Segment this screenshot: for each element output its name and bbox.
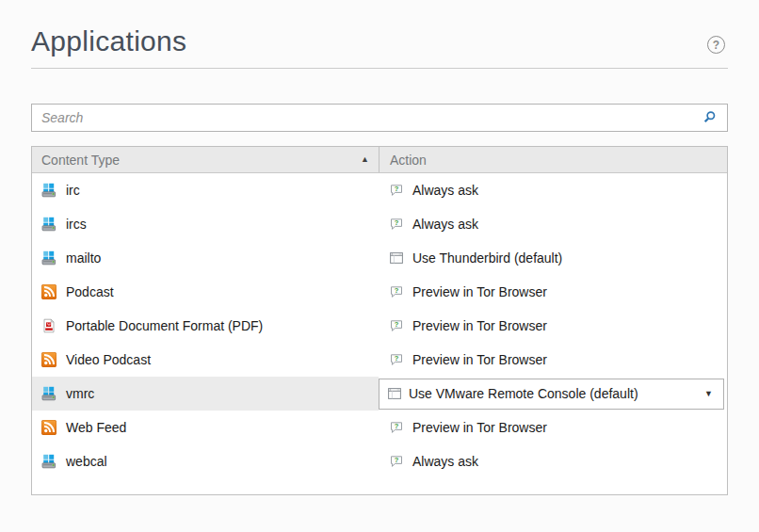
search-icon xyxy=(702,110,718,125)
ask-bubble-icon: ? xyxy=(389,420,404,435)
content-type-label: irc xyxy=(66,183,80,198)
action-value: ? Preview in Tor Browser xyxy=(389,352,547,367)
sort-ascending-icon: ▲ xyxy=(361,155,369,164)
action-value: ? Preview in Tor Browser xyxy=(389,420,547,435)
svg-text:?: ? xyxy=(395,456,399,464)
ask-bubble-icon: ? xyxy=(389,352,404,367)
action-label: Use Thunderbird (default) xyxy=(412,250,562,266)
action-label: Preview in Tor Browser xyxy=(412,420,547,435)
action-cell: ? Preview in Tor Browser xyxy=(379,411,727,444)
ask-bubble-icon: ? xyxy=(389,318,404,333)
action-value: ? Preview in Tor Browser xyxy=(389,318,547,333)
column-header-label: Action xyxy=(390,153,427,168)
content-type-cell: vmrc xyxy=(32,377,379,411)
action-label: Use VMware Remote Console (default) xyxy=(409,386,638,401)
content-type-label: mailto xyxy=(66,250,101,266)
table-row[interactable]: vmrc Use VMware Remote Console (default)… xyxy=(32,377,727,411)
content-type-cell: mailto xyxy=(32,241,379,275)
ask-bubble-icon: ? xyxy=(389,183,404,198)
column-header-label: Content Type xyxy=(41,153,120,168)
svg-text:?: ? xyxy=(395,354,399,363)
content-type-cell: webcal xyxy=(32,444,379,478)
table-row[interactable]: mailto Use Thunderbird (default) xyxy=(32,241,727,275)
table-row[interactable]: Video Podcast ? Preview in Tor Browser xyxy=(32,343,727,377)
column-header-content-type[interactable]: Content Type ▲ xyxy=(32,147,379,172)
ask-bubble-icon: ? xyxy=(389,217,404,232)
search-bar xyxy=(31,104,728,132)
content-type-label: Podcast xyxy=(66,284,114,299)
table-row[interactable]: ircs ? Always ask xyxy=(32,207,727,241)
content-type-cell: ircs xyxy=(32,207,379,241)
svg-text:?: ? xyxy=(395,320,399,329)
help-glyph: ? xyxy=(713,39,719,52)
content-type-cell: Web Feed xyxy=(32,411,379,444)
application-icon xyxy=(41,217,57,232)
application-icon xyxy=(41,454,57,469)
action-cell: ? Preview in Tor Browser xyxy=(379,343,727,377)
app-window-icon xyxy=(389,250,404,266)
content-type-label: webcal xyxy=(66,454,107,469)
column-header-action[interactable]: Action xyxy=(379,147,727,172)
ask-bubble-icon: ? xyxy=(389,454,404,469)
content-type-cell: irc xyxy=(32,173,379,207)
action-label: Always ask xyxy=(412,217,478,232)
action-value: ? Always ask xyxy=(389,183,478,198)
table-row[interactable]: Portable Document Format (PDF) ? Preview… xyxy=(32,309,727,343)
application-icon xyxy=(41,183,57,198)
application-icon xyxy=(41,250,57,266)
page-title: Applications xyxy=(31,0,728,57)
action-label: Preview in Tor Browser xyxy=(412,352,547,367)
content-type-cell: Video Podcast xyxy=(32,343,379,377)
action-cell: ? Always ask xyxy=(379,207,727,241)
pdf-icon xyxy=(41,318,57,333)
table-row[interactable]: irc ? Always ask xyxy=(32,173,727,207)
search-input[interactable] xyxy=(32,105,693,131)
search-button[interactable] xyxy=(693,105,727,131)
content-type-label: ircs xyxy=(66,217,87,232)
action-label: Always ask xyxy=(412,454,478,469)
action-label: Always ask xyxy=(412,183,478,198)
table-row[interactable]: webcal ? Always ask xyxy=(32,444,727,478)
rss-icon xyxy=(41,352,57,367)
table-row[interactable]: Podcast ? Preview in Tor Browser xyxy=(32,275,727,309)
action-value: ? Always ask xyxy=(389,217,478,232)
svg-text:?: ? xyxy=(395,218,399,227)
action-label: Preview in Tor Browser xyxy=(412,318,547,333)
content-type-label: Portable Document Format (PDF) xyxy=(66,318,263,333)
action-cell: Use VMware Remote Console (default) ▼ xyxy=(379,377,727,411)
chevron-down-icon: ▼ xyxy=(704,390,713,398)
action-cell: ? Preview in Tor Browser xyxy=(379,275,727,309)
preferences-pane: Applications ? Content Type ▲ Action xyxy=(0,0,759,495)
rss-icon xyxy=(41,284,57,299)
svg-text:?: ? xyxy=(395,185,399,193)
table-header: Content Type ▲ Action xyxy=(32,147,727,173)
action-cell: Use Thunderbird (default) xyxy=(379,241,727,275)
action-cell: ? Preview in Tor Browser xyxy=(379,309,727,343)
action-value: Use Thunderbird (default) xyxy=(389,250,562,266)
action-label: Preview in Tor Browser xyxy=(412,284,547,299)
action-dropdown[interactable]: Use VMware Remote Console (default) ▼ xyxy=(379,379,724,410)
help-icon[interactable]: ? xyxy=(707,36,725,54)
table-body: irc ? Always ask ircs xyxy=(32,173,727,494)
content-type-cell: Podcast xyxy=(32,275,379,309)
application-icon xyxy=(41,386,57,401)
action-value: ? Preview in Tor Browser xyxy=(389,284,547,299)
content-type-label: Video Podcast xyxy=(66,352,151,367)
ask-bubble-icon: ? xyxy=(389,284,404,299)
content-type-label: Web Feed xyxy=(66,420,126,435)
table-row[interactable]: Web Feed ? Preview in Tor Browser xyxy=(32,411,727,444)
action-value: ? Always ask xyxy=(389,454,478,469)
content-type-cell: Portable Document Format (PDF) xyxy=(32,309,379,343)
action-cell: ? Always ask xyxy=(379,173,727,207)
applications-table: Content Type ▲ Action irc ? xyxy=(31,146,728,495)
svg-text:?: ? xyxy=(395,286,399,295)
title-divider xyxy=(31,68,728,69)
rss-icon xyxy=(41,420,57,435)
svg-text:?: ? xyxy=(395,422,399,430)
content-type-label: vmrc xyxy=(66,386,94,401)
action-cell: ? Always ask xyxy=(379,444,727,478)
app-window-icon xyxy=(387,386,402,401)
